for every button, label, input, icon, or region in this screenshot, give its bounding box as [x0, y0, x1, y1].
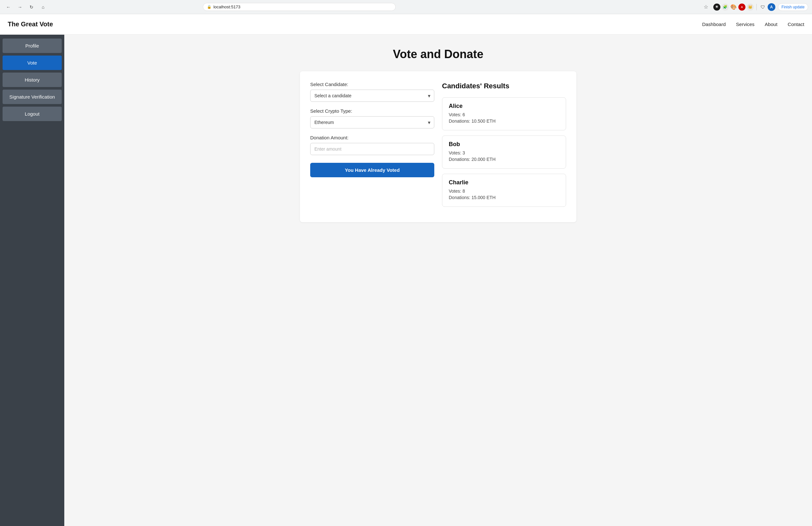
sidebar: Profile Vote History Signature Verificat… [0, 35, 64, 526]
forward-button[interactable]: → [15, 3, 25, 12]
candidate-card-alice: Alice Votes: 6 Donations: 10.500 ETH [442, 97, 566, 130]
shield-extension[interactable]: 🛡 [759, 3, 766, 11]
crypto-select[interactable]: Ethereum Bitcoin Litecoin [310, 116, 434, 129]
candidate-select-wrapper: Select a candidate Alice Bob Charlie [310, 90, 434, 102]
app-logo: The Great Vote [8, 20, 53, 28]
sidebar-item-profile[interactable]: Profile [3, 39, 62, 53]
candidate-card-charlie: Charlie Votes: 8 Donations: 15.000 ETH [442, 174, 566, 207]
app-nav: Dashboard Services About Contact [702, 21, 804, 27]
app-body: Profile Vote History Signature Verificat… [0, 35, 812, 526]
crypto-label: Select Crypto Type: [310, 108, 434, 114]
sidebar-item-signature-verification[interactable]: Signature Verification [3, 90, 62, 104]
donation-label: Donation Amount: [310, 135, 434, 140]
profile-avatar[interactable]: A [768, 3, 775, 11]
candidate-name-charlie: Charlie [449, 179, 559, 186]
separator [756, 4, 757, 10]
candidate-donations-alice: Donations: 10.500 ETH [449, 119, 559, 124]
bookmark-icon[interactable]: ☆ [704, 4, 708, 10]
candidate-card-bob: Bob Votes: 3 Donations: 20.000 ETH [442, 136, 566, 169]
sidebar-item-logout[interactable]: Logout [3, 107, 62, 121]
candidate-votes-alice: Votes: 6 [449, 112, 559, 117]
back-button[interactable]: ← [4, 3, 13, 12]
crypto-select-wrapper: Ethereum Bitcoin Litecoin [310, 116, 434, 129]
browser-chrome: ← → ↻ ⌂ 🔒 localhost:5173 ☆ ✳ 🧩 🎨 A 👑 🛡 A… [0, 0, 812, 14]
home-button[interactable]: ⌂ [39, 3, 47, 12]
bag-extension[interactable]: 👑 [747, 3, 754, 11]
nav-contact[interactable]: Contact [787, 21, 804, 27]
submit-vote-button[interactable]: You Have Already Voted [310, 163, 434, 177]
candidate-name-bob: Bob [449, 141, 559, 148]
sidebar-item-vote[interactable]: Vote [3, 56, 62, 70]
lock-icon: 🔒 [207, 5, 212, 9]
main-content: Vote and Donate Select Candidate: Select… [64, 35, 812, 526]
nav-about[interactable]: About [765, 21, 777, 27]
vote-form-panel: Select Candidate: Select a candidate Ali… [310, 81, 434, 212]
finish-update-button[interactable]: Finish update [778, 3, 808, 11]
candidate-votes-bob: Votes: 3 [449, 150, 559, 155]
acrobat-extension[interactable]: A [738, 3, 745, 11]
candidates-panel: Candidates' Results Alice Votes: 6 Donat… [442, 81, 566, 212]
address-bar[interactable]: 🔒 localhost:5173 [203, 3, 396, 11]
nav-dashboard[interactable]: Dashboard [702, 21, 726, 27]
extensions-area: ✳ 🧩 🎨 A 👑 🛡 A [713, 3, 775, 11]
candidate-select[interactable]: Select a candidate Alice Bob Charlie [310, 90, 434, 102]
candidate-donations-bob: Donations: 20.000 ETH [449, 157, 559, 162]
chrome-extension[interactable]: 🎨 [730, 3, 737, 11]
candidate-donations-charlie: Donations: 15.000 ETH [449, 195, 559, 200]
url-text: localhost:5173 [214, 4, 241, 9]
sidebar-item-history[interactable]: History [3, 73, 62, 87]
candidate-name-alice: Alice [449, 103, 559, 109]
candidates-title: Candidates' Results [442, 81, 566, 91]
vote-donate-container: Select Candidate: Select a candidate Ali… [300, 71, 576, 222]
page-title: Vote and Donate [393, 47, 483, 61]
app-header: The Great Vote Dashboard Services About … [0, 14, 812, 35]
nav-services[interactable]: Services [736, 21, 755, 27]
candidate-label: Select Candidate: [310, 81, 434, 87]
reload-button[interactable]: ↻ [27, 3, 36, 12]
donation-input[interactable] [310, 143, 434, 155]
perplexity-extension[interactable]: ✳ [713, 3, 720, 11]
puzzle-extension[interactable]: 🧩 [722, 3, 729, 11]
candidate-votes-charlie: Votes: 8 [449, 189, 559, 194]
